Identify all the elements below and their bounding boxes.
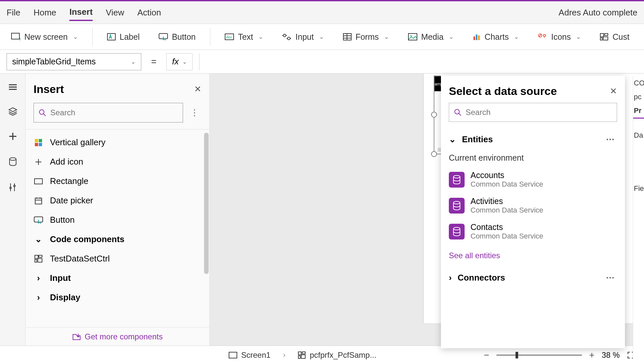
menu-insert[interactable]: Insert bbox=[69, 4, 93, 21]
property-dropdown[interactable]: simpleTableGrid_Items ⌄ bbox=[7, 53, 141, 70]
entity-name: Contacts bbox=[471, 222, 543, 232]
peek-text: Fie bbox=[633, 182, 644, 195]
svg-rect-24 bbox=[605, 34, 608, 35]
entities-section[interactable]: ⌄ Entities ⋯ bbox=[441, 128, 625, 150]
breadcrumb-component[interactable]: pcfprfx_PcfSamp... bbox=[293, 349, 381, 362]
insert-item-add-icon[interactable]: Add icon bbox=[26, 152, 209, 171]
more-icon[interactable]: ⋯ bbox=[603, 271, 617, 284]
svg-rect-61 bbox=[301, 355, 305, 358]
menu-action[interactable]: Action bbox=[137, 5, 161, 20]
menu-view[interactable]: View bbox=[106, 5, 124, 20]
close-icon[interactable]: ✕ bbox=[610, 86, 617, 96]
entity-activities[interactable]: Activities Common Data Service bbox=[441, 193, 625, 218]
insert-list: Vertical gallery Add icon Rectangle Date… bbox=[26, 129, 209, 327]
ribbon-divider bbox=[210, 28, 210, 46]
search-icon bbox=[454, 108, 462, 116]
search-input-wrap[interactable] bbox=[34, 103, 183, 123]
button-button[interactable]: Button bbox=[154, 29, 200, 45]
charts-icon bbox=[473, 33, 481, 40]
more-icon[interactable]: ⋯ bbox=[603, 133, 617, 146]
entity-sub: Common Data Service bbox=[471, 180, 543, 189]
breadcrumb-screen[interactable]: Screen1 bbox=[224, 349, 275, 362]
rectangle-icon bbox=[34, 178, 43, 184]
property-name: simpleTableGrid_Items bbox=[12, 57, 96, 66]
chevron-down-icon: ⌄ bbox=[384, 33, 389, 40]
resize-handle[interactable] bbox=[431, 112, 437, 118]
chevron-right-icon: › bbox=[449, 273, 452, 283]
label-button[interactable]: Label bbox=[103, 29, 144, 45]
fx-label: fx bbox=[172, 57, 179, 67]
label-label: Label bbox=[120, 32, 140, 42]
zoom-in-button[interactable]: + bbox=[586, 350, 597, 360]
svg-rect-57 bbox=[229, 352, 237, 358]
button-icon bbox=[34, 216, 43, 224]
fx-button[interactable]: fx ⌄ bbox=[166, 53, 193, 70]
icons-dropdown[interactable]: Icons ⌄ bbox=[533, 29, 586, 45]
component-icon bbox=[298, 352, 306, 359]
more-icon[interactable]: ⋮ bbox=[188, 106, 201, 119]
chevron-down-icon: ⌄ bbox=[576, 33, 581, 40]
insert-icon[interactable] bbox=[9, 132, 17, 141]
see-all-entities[interactable]: See all entities bbox=[441, 244, 625, 267]
entity-contacts[interactable]: Contacts Common Data Service bbox=[441, 218, 625, 244]
chevron-down-icon: ⌄ bbox=[34, 234, 43, 244]
custom-dropdown[interactable]: Cust bbox=[595, 29, 634, 45]
svg-point-6 bbox=[283, 34, 286, 37]
entity-sub: Common Data Service bbox=[471, 206, 543, 215]
media-dropdown[interactable]: Media ⌄ bbox=[403, 29, 458, 45]
button-label: Button bbox=[172, 32, 196, 42]
svg-rect-42 bbox=[35, 198, 42, 204]
svg-point-32 bbox=[10, 158, 16, 160]
close-icon[interactable]: ✕ bbox=[194, 84, 201, 94]
zoom-thumb[interactable] bbox=[516, 352, 518, 358]
svg-line-22 bbox=[539, 34, 541, 37]
insert-group-display[interactable]: › Display bbox=[26, 288, 209, 307]
current-environment-label: Current environment bbox=[441, 150, 625, 167]
menu-file[interactable]: File bbox=[7, 5, 20, 20]
tree-view-icon[interactable] bbox=[8, 83, 17, 91]
peek-tab[interactable]: Pr bbox=[633, 104, 644, 119]
search-input[interactable] bbox=[50, 108, 178, 117]
tools-icon[interactable] bbox=[9, 183, 17, 192]
resize-handle[interactable] bbox=[431, 151, 437, 157]
forms-dropdown[interactable]: Forms ⌄ bbox=[338, 29, 394, 45]
insert-item-testdatasetctrl[interactable]: TestDataSetCtrl bbox=[26, 249, 209, 268]
scrollbar[interactable] bbox=[204, 133, 209, 274]
database-icon bbox=[449, 198, 465, 214]
svg-line-53 bbox=[459, 113, 461, 116]
zoom-out-button[interactable]: − bbox=[481, 350, 492, 360]
forms-label: Forms bbox=[356, 32, 379, 42]
insert-item-label: Vertical gallery bbox=[50, 137, 105, 148]
flyout-search-input[interactable] bbox=[466, 108, 612, 117]
svg-rect-50 bbox=[38, 259, 42, 262]
svg-line-34 bbox=[43, 114, 46, 116]
layers-icon[interactable] bbox=[8, 107, 17, 116]
ribbon-divider bbox=[92, 28, 93, 46]
insert-item-button[interactable]: Button bbox=[26, 210, 209, 230]
insert-group-input[interactable]: › Input bbox=[26, 268, 209, 288]
database-icon bbox=[449, 224, 465, 239]
text-dropdown[interactable]: Abc Text ⌄ bbox=[220, 29, 268, 45]
data-icon[interactable] bbox=[9, 157, 17, 166]
new-screen-button[interactable]: + New screen ⌄ bbox=[7, 29, 82, 45]
insert-item-vertical-gallery[interactable]: Vertical gallery bbox=[26, 133, 209, 152]
menu-home[interactable]: Home bbox=[34, 5, 56, 20]
entity-name: Activities bbox=[471, 196, 543, 206]
formula-input[interactable] bbox=[199, 53, 637, 70]
insert-item-date-picker[interactable]: Date picker bbox=[26, 191, 209, 210]
chevron-down-icon: ⌄ bbox=[449, 33, 454, 40]
entity-accounts[interactable]: Accounts Common Data Service bbox=[441, 167, 625, 193]
connectors-section[interactable]: › Connectors ⋯ bbox=[441, 267, 625, 289]
insert-item-rectangle[interactable]: Rectangle bbox=[26, 171, 209, 191]
charts-dropdown[interactable]: Charts ⌄ bbox=[468, 29, 524, 45]
custom-icon bbox=[600, 33, 609, 40]
get-more-components[interactable]: Get more components bbox=[26, 327, 209, 346]
flyout-search[interactable] bbox=[449, 103, 617, 122]
ribbon-toolbar: + New screen ⌄ Label Button Abc Text ⌄ I… bbox=[0, 24, 644, 50]
input-dropdown[interactable]: Input ⌄ bbox=[278, 29, 329, 45]
new-screen-label: New screen bbox=[24, 32, 68, 42]
input-icon bbox=[282, 33, 291, 40]
formula-bar: simpleTableGrid_Items ⌄ = fx ⌄ bbox=[0, 50, 644, 74]
insert-group-code-components[interactable]: ⌄ Code components bbox=[26, 230, 209, 249]
zoom-slider[interactable] bbox=[496, 354, 582, 356]
